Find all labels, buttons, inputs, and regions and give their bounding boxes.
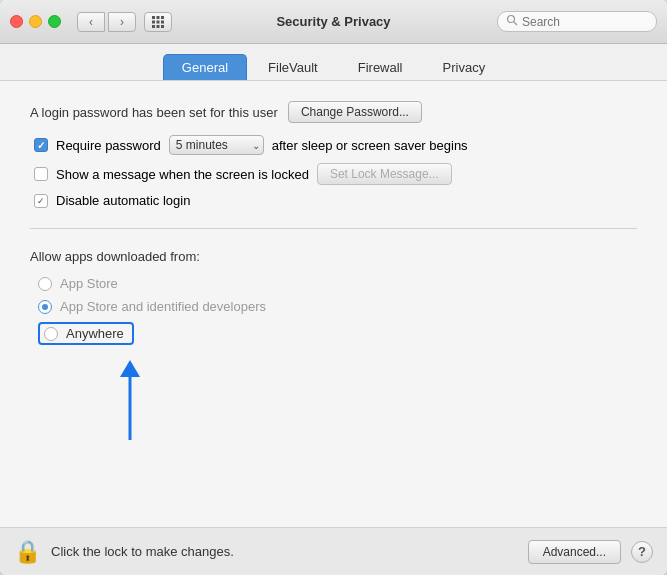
radio-anywhere[interactable]: Anywhere bbox=[30, 322, 637, 345]
set-lock-message-button[interactable]: Set Lock Message... bbox=[317, 163, 452, 185]
password-section: A login password has been set for this u… bbox=[30, 101, 637, 123]
search-bar[interactable] bbox=[497, 11, 657, 32]
tab-privacy[interactable]: Privacy bbox=[424, 54, 505, 80]
back-button[interactable]: ‹ bbox=[77, 12, 105, 32]
radio-app-store[interactable]: App Store bbox=[30, 276, 637, 291]
svg-rect-3 bbox=[152, 20, 155, 23]
require-password-label: Require password bbox=[56, 138, 161, 153]
disable-login-checkbox[interactable]: ✓ bbox=[34, 194, 48, 208]
radio-app-store-identified-label: App Store and identified developers bbox=[60, 299, 266, 314]
radio-app-store-identified-button[interactable] bbox=[38, 300, 52, 314]
svg-rect-4 bbox=[157, 20, 160, 23]
show-message-label: Show a message when the screen is locked bbox=[56, 167, 309, 182]
require-password-checkbox[interactable] bbox=[34, 138, 48, 152]
anywhere-highlight-box: Anywhere bbox=[38, 322, 134, 345]
svg-point-9 bbox=[508, 16, 515, 23]
svg-rect-2 bbox=[161, 16, 164, 19]
maximize-button[interactable] bbox=[48, 15, 61, 28]
svg-rect-0 bbox=[152, 16, 155, 19]
tab-filevault[interactable]: FileVault bbox=[249, 54, 337, 80]
help-icon: ? bbox=[638, 544, 646, 559]
close-button[interactable] bbox=[10, 15, 23, 28]
titlebar: ‹ › Security & Privacy bbox=[0, 0, 667, 44]
help-button[interactable]: ? bbox=[631, 541, 653, 563]
grid-icon bbox=[151, 15, 165, 29]
grid-button[interactable] bbox=[144, 12, 172, 32]
main-window: ‹ › Security & Privacy bbox=[0, 0, 667, 575]
traffic-lights bbox=[10, 15, 61, 28]
change-password-button[interactable]: Change Password... bbox=[288, 101, 422, 123]
advanced-button[interactable]: Advanced... bbox=[528, 540, 621, 564]
svg-line-10 bbox=[514, 22, 517, 25]
radio-app-store-button[interactable] bbox=[38, 277, 52, 291]
password-label: A login password has been set for this u… bbox=[30, 105, 278, 120]
svg-rect-8 bbox=[161, 25, 164, 28]
radio-app-store-label: App Store bbox=[60, 276, 118, 291]
password-timeout-dropdown-wrapper[interactable]: 5 minutes immediately 1 minute 15 minute… bbox=[169, 135, 264, 155]
require-password-row: Require password 5 minutes immediately 1… bbox=[30, 135, 637, 155]
tab-general[interactable]: General bbox=[163, 54, 247, 80]
radio-app-store-identified[interactable]: App Store and identified developers bbox=[30, 299, 637, 314]
svg-rect-6 bbox=[152, 25, 155, 28]
bottom-bar: 🔒 Click the lock to make changes. Advanc… bbox=[0, 527, 667, 575]
svg-rect-5 bbox=[161, 20, 164, 23]
show-message-row: Show a message when the screen is locked… bbox=[30, 163, 637, 185]
show-message-checkbox[interactable] bbox=[34, 167, 48, 181]
disable-login-label: Disable automatic login bbox=[56, 193, 190, 208]
lock-label: Click the lock to make changes. bbox=[51, 544, 518, 559]
annotation-container bbox=[30, 355, 637, 455]
allow-apps-label: Allow apps downloaded from: bbox=[30, 249, 637, 264]
radio-anywhere-label: Anywhere bbox=[66, 326, 124, 341]
svg-marker-12 bbox=[120, 360, 140, 377]
disable-login-row: ✓ Disable automatic login bbox=[30, 193, 637, 208]
minimize-button[interactable] bbox=[29, 15, 42, 28]
annotation-arrow bbox=[90, 355, 170, 450]
search-input[interactable] bbox=[522, 15, 648, 29]
forward-icon: › bbox=[120, 15, 124, 29]
allow-apps-section: Allow apps downloaded from: App Store Ap… bbox=[30, 249, 637, 455]
nav-buttons: ‹ › bbox=[77, 12, 136, 32]
forward-button[interactable]: › bbox=[108, 12, 136, 32]
svg-rect-1 bbox=[157, 16, 160, 19]
lock-icon: 🔒 bbox=[14, 539, 41, 565]
tab-firewall[interactable]: Firewall bbox=[339, 54, 422, 80]
require-password-suffix: after sleep or screen saver begins bbox=[272, 138, 468, 153]
svg-rect-7 bbox=[157, 25, 160, 28]
content-area: A login password has been set for this u… bbox=[0, 81, 667, 527]
password-timeout-dropdown[interactable]: 5 minutes immediately 1 minute 15 minute… bbox=[169, 135, 264, 155]
search-icon bbox=[506, 14, 518, 29]
section-divider bbox=[30, 228, 637, 229]
tab-bar: General FileVault Firewall Privacy bbox=[0, 44, 667, 81]
radio-anywhere-button[interactable] bbox=[44, 327, 58, 341]
window-title: Security & Privacy bbox=[276, 14, 390, 29]
back-icon: ‹ bbox=[89, 15, 93, 29]
